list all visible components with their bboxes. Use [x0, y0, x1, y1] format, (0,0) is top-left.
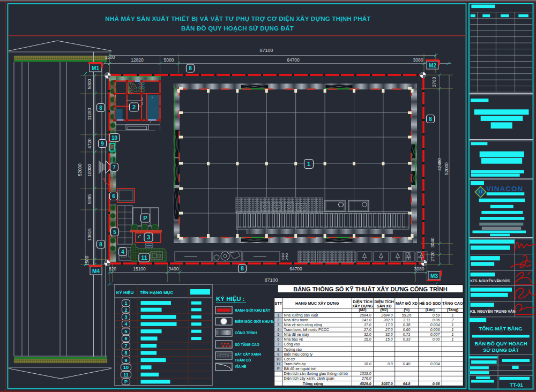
svg-text:8: 8 [99, 242, 102, 247]
svg-text:Trạm bơm, bể nước PCCC: Trạm bơm, bể nước PCCC [284, 328, 329, 331]
svg-text:4: 4 [124, 321, 127, 327]
svg-text:1: 1 [451, 337, 453, 341]
svg-text:0.38: 0.38 [403, 323, 411, 327]
svg-text:P: P [277, 367, 280, 371]
svg-text:2684.0: 2684.0 [381, 313, 393, 317]
svg-text:282.0: 282.0 [383, 318, 393, 322]
svg-text:(Lần): (Lần) [426, 307, 435, 312]
svg-text:8: 8 [189, 65, 192, 71]
svg-text:Diện tích sân đường giao thông: Diện tích sân đường giao thông nội bộ [284, 372, 348, 376]
svg-text:0.60: 0.60 [403, 328, 411, 331]
svg-text:5000: 5000 [164, 57, 174, 63]
svg-text:18.0: 18.0 [364, 362, 371, 366]
svg-text:XÂY DỰNG: XÂY DỰNG [352, 304, 373, 308]
svg-text:2: 2 [132, 104, 136, 110]
svg-text:3: 3 [277, 323, 279, 327]
svg-text:2720: 2720 [430, 251, 435, 261]
svg-text:11: 11 [123, 372, 129, 378]
svg-text:VỈA HÈ: VỈA HÈ [235, 364, 247, 368]
svg-text:1: 1 [307, 161, 310, 167]
svg-text:BẢN ĐỒ QUY HOẠCH: BẢN ĐỒ QUY HOẠCH [475, 341, 527, 346]
svg-text:64700: 64700 [287, 57, 300, 63]
svg-text:13615: 13615 [87, 228, 92, 241]
svg-text:11: 11 [141, 254, 147, 261]
svg-text:15.0: 15.0 [364, 337, 371, 341]
svg-text:27.0: 27.0 [363, 328, 371, 331]
svg-text:Trạm biến áp: Trạm biến áp [284, 361, 306, 366]
svg-text:RANH GIỚI KHU ĐẤT: RANH GIỚI KHU ĐẤT [235, 307, 270, 312]
svg-text:9: 9 [277, 352, 279, 356]
svg-text:HẠNG MỤC XÂY DỰNG: HẠNG MỤC XÂY DỰNG [295, 301, 339, 306]
svg-text:Nhà điều hành: Nhà điều hành [284, 318, 308, 322]
svg-text:3: 3 [147, 234, 150, 240]
svg-text:(Tầng): (Tầng) [447, 307, 458, 312]
svg-text:15100: 15100 [133, 266, 146, 272]
svg-text:SỐ TẦNG CAO: SỐ TẦNG CAO [235, 342, 259, 346]
svg-text:10: 10 [123, 365, 129, 370]
svg-text:3400: 3400 [169, 266, 179, 272]
svg-text:27.0: 27.0 [385, 328, 393, 331]
svg-text:8: 8 [241, 266, 244, 272]
svg-text:(M2): (M2) [380, 308, 388, 312]
svg-text:11280: 11280 [87, 108, 92, 120]
svg-text:Cột cờ: Cột cờ [284, 357, 295, 361]
svg-text:0.59: 0.59 [433, 313, 440, 317]
svg-text:STT: STT [274, 301, 282, 306]
svg-text:820: 820 [109, 266, 116, 272]
svg-text:TT-01: TT-01 [510, 382, 524, 388]
svg-text:Nhà bảo vệ: Nhà bảo vệ [284, 337, 303, 341]
svg-text:4: 4 [277, 328, 279, 331]
svg-text:7: 7 [113, 164, 116, 170]
svg-text:0.004: 0.004 [430, 362, 440, 366]
svg-text:8: 8 [99, 105, 102, 111]
svg-text:4529.0: 4529.0 [359, 382, 371, 386]
svg-text:3: 3 [124, 314, 127, 320]
svg-text:1319.0: 1319.0 [360, 372, 371, 375]
svg-text:5: 5 [124, 329, 127, 334]
svg-text:5000: 5000 [87, 79, 92, 89]
svg-text:3.11: 3.11 [403, 318, 410, 322]
svg-text:8: 8 [429, 116, 432, 122]
svg-text:1: 1 [277, 313, 279, 317]
svg-text:5885: 5885 [87, 194, 92, 204]
svg-text:HỆ SỐ SDD: HỆ SỐ SDD [419, 300, 441, 306]
svg-text:0.006: 0.006 [430, 328, 440, 331]
svg-text:CÔNG TRÌNH: CÔNG TRÌNH [235, 330, 257, 335]
svg-text:2: 2 [451, 318, 453, 322]
svg-text:M1: M1 [92, 65, 99, 71]
svg-text:0.06: 0.06 [433, 318, 440, 322]
svg-text:2684.0: 2684.0 [359, 313, 371, 317]
svg-text:52000: 52000 [77, 163, 83, 176]
svg-text:KÝ HIỆU :: KÝ HIỆU : [216, 296, 245, 303]
svg-text:MẬT ĐỘ XD: MẬT ĐỘ XD [396, 301, 418, 306]
svg-text:1: 1 [451, 323, 453, 327]
svg-text:4: 4 [121, 249, 124, 255]
svg-text:KÝ HIỆU: KÝ HIỆU [116, 290, 134, 295]
svg-text:Cổng vào: Cổng vào [284, 342, 300, 346]
svg-text:10: 10 [276, 357, 280, 361]
svg-text:TẦNG CAO: TẦNG CAO [442, 300, 463, 306]
svg-text:0.71: 0.71 [403, 333, 411, 336]
svg-text:P: P [143, 215, 147, 221]
svg-text:7: 7 [277, 342, 279, 346]
svg-text:59.26: 59.26 [402, 313, 412, 317]
svg-text:10000: 10000 [87, 164, 92, 177]
svg-text:0.004: 0.004 [430, 323, 440, 327]
svg-text:Nhà vệ sinh công cộng: Nhà vệ sinh công cộng [284, 323, 322, 327]
svg-text:17.0: 17.0 [364, 323, 371, 327]
svg-text:1: 1 [124, 300, 127, 306]
svg-text:7: 7 [124, 343, 127, 349]
svg-text:64.8: 64.8 [403, 382, 411, 386]
svg-text:11: 11 [277, 362, 280, 366]
svg-text:276.0: 276.0 [361, 376, 371, 380]
svg-text:M3: M3 [430, 273, 438, 279]
svg-text:10: 10 [111, 135, 118, 141]
svg-text:3080: 3080 [414, 266, 425, 272]
svg-text:6: 6 [277, 337, 279, 341]
svg-text:BẢN ĐỒ QUY HOẠCH SỬ DỤNG ĐẤT: BẢN ĐỒ QUY HOẠCH SỬ DỤNG ĐẤT [181, 25, 294, 32]
svg-text:52000: 52000 [444, 162, 449, 175]
svg-text:32.0: 32.0 [385, 333, 393, 336]
svg-text:1: 1 [451, 313, 453, 317]
svg-text:TÊN HẠNG MỤC: TÊN HẠNG MỤC [140, 290, 173, 295]
svg-text:2: 2 [277, 318, 279, 322]
